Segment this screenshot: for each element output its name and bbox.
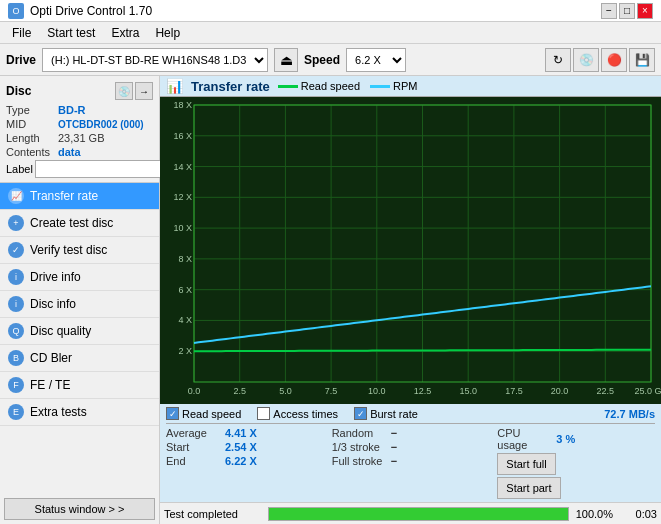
stats-section: Average 4.41 X Start 2.54 X End 6.22 X R…: [166, 424, 655, 499]
start-full-row: Start full: [497, 453, 655, 475]
right-panel: 📊 Transfer rate Read speed RPM: [160, 76, 661, 524]
read-speed-checkbox[interactable]: ✓: [166, 407, 179, 420]
end-value: 6.22 X: [225, 455, 257, 467]
start-part-button[interactable]: Start part: [497, 477, 560, 499]
mid-label: MID: [6, 118, 58, 130]
read-speed-legend-color: [278, 85, 298, 88]
chart-canvas: [160, 97, 661, 404]
nav-extra-tests-label: Extra tests: [30, 405, 87, 419]
menu-help[interactable]: Help: [147, 24, 188, 42]
window-controls: − □ ×: [601, 3, 653, 19]
access-times-checkbox[interactable]: [257, 407, 270, 420]
speed-select[interactable]: 6.2 X: [346, 48, 406, 72]
chart-title: Transfer rate: [191, 79, 270, 94]
nav-disc-quality[interactable]: Q Disc quality: [0, 318, 159, 345]
label-label: Label: [6, 163, 33, 175]
stroke13-stat-row: 1/3 stroke −: [332, 441, 490, 453]
menu-start-test[interactable]: Start test: [39, 24, 103, 42]
create-test-disc-icon: +: [8, 215, 24, 231]
random-label: Random: [332, 427, 387, 439]
nav-fe-te[interactable]: F FE / TE: [0, 372, 159, 399]
read-speed-checkbox-label: Read speed: [182, 408, 241, 420]
burst-rate-checkbox[interactable]: ✓: [354, 407, 367, 420]
eject-button[interactable]: ⏏: [274, 48, 298, 72]
start-part-row: Start part: [497, 477, 655, 499]
nav-extra-tests[interactable]: E Extra tests: [0, 399, 159, 426]
title-bar: O Opti Drive Control 1.70 − □ ×: [0, 0, 661, 22]
nav-disc-info-label: Disc info: [30, 297, 76, 311]
maximize-button[interactable]: □: [619, 3, 635, 19]
app-icon: O: [8, 3, 24, 19]
nav-transfer-rate-label: Transfer rate: [30, 189, 98, 203]
transfer-rate-icon: 📈: [8, 188, 24, 204]
chart-container: [160, 97, 661, 404]
full-stroke-label: Full stroke: [332, 455, 387, 467]
read-speed-legend-label: Read speed: [301, 80, 360, 92]
cpu-value: 3 %: [556, 433, 575, 445]
menu-file[interactable]: File: [4, 24, 39, 42]
access-times-checkbox-label: Access times: [273, 408, 338, 420]
chart-legend: Read speed RPM: [278, 80, 418, 92]
burst-rate-checkbox-item: ✓ Burst rate: [354, 407, 418, 420]
drive-info-icon: i: [8, 269, 24, 285]
refresh-icon-btn[interactable]: ↻: [545, 48, 571, 72]
type-value: BD-R: [58, 104, 86, 116]
cpu-label: CPU usage: [497, 427, 552, 451]
burst-rate-value: 72.7 MB/s: [604, 408, 655, 420]
status-window-button[interactable]: Status window > >: [4, 498, 155, 520]
nav-create-test-disc[interactable]: + Create test disc: [0, 210, 159, 237]
random-stat-row: Random −: [332, 427, 490, 439]
minimize-button[interactable]: −: [601, 3, 617, 19]
drive-select[interactable]: (H:) HL-DT-ST BD-RE WH16NS48 1.D3: [42, 48, 268, 72]
nav-disc-quality-label: Disc quality: [30, 324, 91, 338]
menu-bar: File Start test Extra Help: [0, 22, 661, 44]
disc-icon-btn[interactable]: 💿: [573, 48, 599, 72]
save-icon-btn[interactable]: 💾: [629, 48, 655, 72]
info-icon-btn[interactable]: 🔴: [601, 48, 627, 72]
average-value: 4.41 X: [225, 427, 257, 439]
app-title: Opti Drive Control 1.70: [30, 4, 152, 18]
close-button[interactable]: ×: [637, 3, 653, 19]
start-value: 2.54 X: [225, 441, 257, 453]
average-label: Average: [166, 427, 221, 439]
status-text: Test completed: [164, 508, 264, 520]
extra-tests-icon: E: [8, 404, 24, 420]
nav-cd-bler[interactable]: B CD Bler: [0, 345, 159, 372]
label-input[interactable]: [35, 160, 179, 178]
nav-disc-info[interactable]: i Disc info: [0, 291, 159, 318]
length-label: Length: [6, 132, 58, 144]
disc-quality-icon: Q: [8, 323, 24, 339]
nav-create-test-disc-label: Create test disc: [30, 216, 113, 230]
random-value: −: [391, 427, 397, 439]
rpm-legend-label: RPM: [393, 80, 417, 92]
end-label: End: [166, 455, 221, 467]
access-times-checkbox-item: Access times: [257, 407, 338, 420]
stroke13-value: −: [391, 441, 397, 453]
nav-transfer-rate[interactable]: 📈 Transfer rate: [0, 183, 159, 210]
disc-icon-2[interactable]: →: [135, 82, 153, 100]
progress-fill: [269, 508, 568, 520]
speed-label: Speed: [304, 53, 340, 67]
chart-bottom: ✓ Read speed Access times ✓ Burst rate 7…: [160, 404, 661, 502]
start-label: Start: [166, 441, 221, 453]
drive-label: Drive: [6, 53, 36, 67]
nav-drive-info[interactable]: i Drive info: [0, 264, 159, 291]
nav-fe-te-label: FE / TE: [30, 378, 70, 392]
nav-section: 📈 Transfer rate + Create test disc ✓ Ver…: [0, 183, 159, 494]
start-full-button[interactable]: Start full: [497, 453, 555, 475]
menu-extra[interactable]: Extra: [103, 24, 147, 42]
end-stat-row: End 6.22 X: [166, 455, 324, 467]
stroke13-label: 1/3 stroke: [332, 441, 387, 453]
drive-action-icons: ↻ 💿 🔴 💾: [545, 48, 655, 72]
rpm-legend-color: [370, 85, 390, 88]
length-value: 23,31 GB: [58, 132, 104, 144]
read-speed-checkbox-item: ✓ Read speed: [166, 407, 241, 420]
nav-verify-test-disc[interactable]: ✓ Verify test disc: [0, 237, 159, 264]
cpu-stat-row: CPU usage 3 %: [497, 427, 655, 451]
nav-verify-test-disc-label: Verify test disc: [30, 243, 107, 257]
drive-bar: Drive (H:) HL-DT-ST BD-RE WH16NS48 1.D3 …: [0, 44, 661, 76]
disc-icon-1[interactable]: 💿: [115, 82, 133, 100]
burst-rate-checkbox-label: Burst rate: [370, 408, 418, 420]
cd-bler-icon: B: [8, 350, 24, 366]
disc-title: Disc: [6, 84, 31, 98]
